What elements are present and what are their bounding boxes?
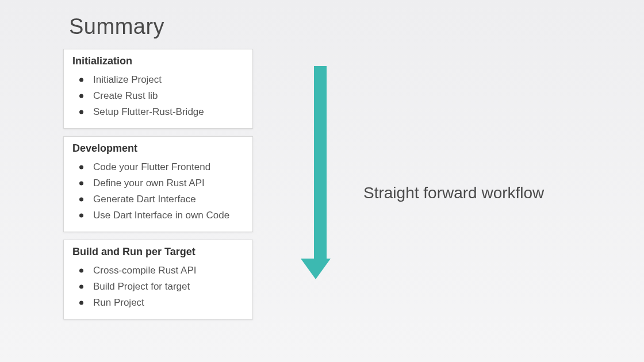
card-title: Development	[72, 143, 244, 155]
card-list: Initialize Project Create Rust lib Setup…	[72, 72, 244, 120]
list-item: Use Dart Interface in own Code	[72, 207, 244, 224]
arrow-head	[301, 259, 331, 279]
list-item: Initialize Project	[72, 72, 244, 88]
down-arrow-icon	[309, 66, 331, 279]
list-item: Setup Flutter-Rust-Bridge	[72, 104, 244, 120]
card-development: Development Code your Flutter Frontend D…	[63, 136, 253, 232]
card-title: Build and Run per Target	[72, 246, 244, 258]
list-item: Generate Dart Interface	[72, 191, 244, 207]
list-item: Create Rust lib	[72, 88, 244, 104]
list-item: Define your own Rust API	[72, 175, 244, 191]
slide-title: Summary	[69, 14, 164, 39]
card-title: Initialization	[72, 55, 244, 67]
cards-column: Initialization Initialize Project Create…	[63, 49, 253, 327]
list-item: Cross-compile Rust API	[72, 263, 244, 279]
list-item: Run Project	[72, 295, 244, 311]
card-build-run: Build and Run per Target Cross-compile R…	[63, 240, 253, 319]
side-label: Straight forward workflow	[363, 184, 544, 202]
card-initialization: Initialization Initialize Project Create…	[63, 49, 253, 129]
list-item: Code your Flutter Frontend	[72, 159, 244, 175]
list-item: Build Project for target	[72, 279, 244, 295]
arrow-shaft	[314, 66, 327, 259]
card-list: Cross-compile Rust API Build Project for…	[72, 263, 244, 311]
card-list: Code your Flutter Frontend Define your o…	[72, 159, 244, 224]
